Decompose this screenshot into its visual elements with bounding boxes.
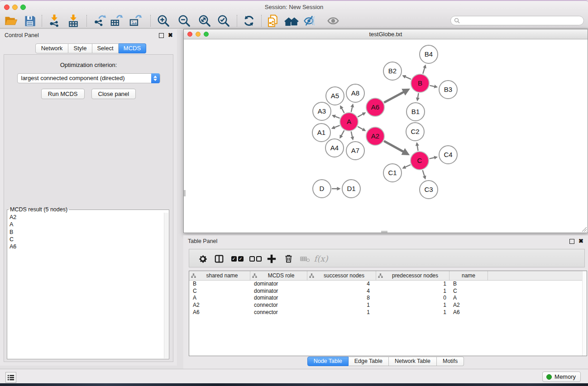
graph-node-C2[interactable]: C2 — [406, 123, 424, 141]
graph-edge-A-A1[interactable] — [332, 125, 339, 128]
hide-selected-eye-slash-icon[interactable] — [302, 14, 318, 28]
close-panel-button[interactable]: Close panel — [91, 89, 136, 99]
column-header-mcds-role[interactable]: MCDS role — [250, 271, 307, 280]
graph-edge-A-A3[interactable] — [333, 115, 339, 118]
network-close-button[interactable] — [187, 32, 192, 37]
graph-edge-A6-B[interactable] — [384, 90, 408, 102]
column-header-shared-name[interactable]: shared name — [189, 271, 250, 280]
graph-node-D1[interactable]: D1 — [342, 180, 360, 198]
graph-edge-A-A5[interactable] — [340, 106, 344, 113]
graph-edge-C-C2[interactable] — [417, 143, 418, 151]
graph-node-C[interactable]: C — [411, 152, 429, 170]
graph-node-B1[interactable]: B1 — [406, 103, 425, 121]
criterion-select[interactable]: largest connected component (directed) — [17, 73, 160, 83]
graph-edge-A-A6[interactable] — [358, 113, 365, 117]
export-image-icon[interactable] — [128, 14, 143, 28]
run-mcds-button[interactable]: Run MCDS — [41, 89, 85, 99]
graph-node-C1[interactable]: C1 — [383, 164, 402, 182]
graph-edge-A2-C[interactable] — [384, 141, 407, 154]
search-field[interactable] — [450, 16, 584, 25]
graph-node-D[interactable]: D — [313, 180, 331, 198]
add-column-icon[interactable] — [264, 249, 279, 268]
save-session-icon[interactable] — [22, 14, 38, 28]
zoom-window-button[interactable] — [20, 5, 26, 10]
zoom-out-icon[interactable] — [177, 14, 192, 28]
canvas-hscroll-thumb[interactable] — [381, 231, 387, 233]
float-table-panel-icon[interactable] — [569, 239, 574, 244]
delete-column-trash-icon[interactable] — [281, 249, 296, 268]
network-minimize-button[interactable] — [196, 32, 201, 37]
graph-edge-A-A8[interactable] — [351, 105, 353, 112]
tab-style[interactable]: Style — [68, 43, 92, 53]
settings-gear-icon[interactable] — [195, 249, 210, 268]
graph-node-C3[interactable]: C3 — [420, 181, 438, 199]
graph-edge-A-A4[interactable] — [340, 130, 344, 138]
table-scrollbar[interactable] — [582, 271, 587, 356]
mcds-result-item[interactable]: A — [10, 221, 163, 228]
graph-edge-A-A2[interactable] — [358, 127, 365, 131]
zoom-selected-icon[interactable] — [216, 14, 231, 28]
select-all-icon[interactable]: ✓✓ — [229, 249, 245, 268]
close-panel-icon[interactable]: ✖ — [168, 32, 173, 39]
export-table-icon[interactable] — [109, 14, 124, 28]
graph-edge-B-B3[interactable] — [430, 86, 436, 87]
mcds-result-item[interactable]: A2 — [10, 214, 163, 221]
search-input[interactable] — [462, 17, 583, 24]
table-row[interactable]: A6connector11A6 — [189, 309, 587, 316]
tab-motifs[interactable]: Motifs — [437, 357, 464, 366]
float-panel-icon[interactable] — [159, 33, 164, 38]
tab-network[interactable]: Network — [35, 43, 68, 53]
split-columns-icon[interactable] — [211, 249, 227, 268]
graph-node-A2[interactable]: A2 — [366, 127, 384, 145]
graph-edge-C-C3[interactable] — [423, 170, 425, 178]
first-neighbors-icon[interactable] — [284, 14, 299, 28]
table-row[interactable]: Bdominator41B — [189, 281, 587, 288]
network-canvas[interactable]: B4B2BB3A8A5A6A3B1AA1C2A2A4A7C4CC1C3DD1 — [184, 39, 588, 233]
tab-select[interactable]: Select — [92, 43, 119, 53]
table-row[interactable]: Adominator80A — [189, 295, 587, 302]
mcds-result-item[interactable]: A6 — [10, 243, 163, 250]
graph-node-B[interactable]: B — [411, 74, 429, 92]
tab-mcds[interactable]: MCDS — [119, 43, 146, 53]
graph-node-B3[interactable]: B3 — [439, 81, 457, 99]
memory-button[interactable]: Memory — [542, 372, 581, 382]
graph-node-A6[interactable]: A6 — [366, 98, 384, 116]
graph-node-A5[interactable]: A5 — [326, 87, 344, 105]
show-panels-list-icon[interactable] — [5, 372, 16, 383]
delete-table-icon[interactable] — [297, 249, 313, 268]
resize-grip-icon[interactable] — [581, 226, 587, 232]
deselect-all-icon[interactable] — [248, 249, 263, 268]
mcds-result-item[interactable]: C — [10, 236, 163, 243]
close-table-panel-icon[interactable]: ✖ — [578, 238, 583, 245]
graph-node-A[interactable]: A — [340, 113, 358, 131]
table-row[interactable]: A2connector11A2 — [189, 302, 587, 309]
graph-edge-C-C4[interactable] — [430, 157, 437, 158]
column-header-predecessor-nodes[interactable]: predecessor nodes — [376, 271, 449, 280]
export-network-icon[interactable] — [92, 14, 107, 28]
refresh-layout-icon[interactable] — [241, 14, 257, 28]
import-table-icon[interactable] — [66, 14, 81, 28]
graph-node-B2[interactable]: B2 — [383, 62, 402, 80]
network-graph[interactable]: B4B2BB3A8A5A6A3B1AA1C2A2A4A7C4CC1C3DD1 — [184, 39, 588, 233]
tab-node-table[interactable]: Node Table — [307, 357, 349, 366]
canvas-vscroll-thumb[interactable] — [184, 190, 186, 196]
graph-edge-B-B4[interactable] — [423, 66, 425, 74]
graph-node-A4[interactable]: A4 — [325, 139, 344, 157]
close-window-button[interactable] — [4, 5, 10, 10]
graph-edge-B-B1[interactable] — [417, 93, 419, 100]
graph-edge-C-C1[interactable] — [403, 165, 411, 168]
function-builder-icon[interactable]: f(x) — [313, 249, 329, 268]
graph-node-A8[interactable]: A8 — [346, 84, 364, 102]
graph-node-A1[interactable]: A1 — [312, 124, 330, 142]
graph-node-A3[interactable]: A3 — [313, 102, 331, 120]
clone-network-icon[interactable] — [265, 14, 281, 28]
table-row[interactable]: Cdominator41C — [189, 288, 587, 295]
column-header-successor-nodes[interactable]: successor nodes — [307, 271, 376, 280]
import-network-icon[interactable] — [47, 14, 62, 28]
graph-node-A7[interactable]: A7 — [346, 142, 364, 160]
graph-edge-B-B2[interactable] — [403, 76, 411, 79]
tab-network-table[interactable]: Network Table — [389, 357, 437, 366]
zoom-in-icon[interactable] — [156, 14, 171, 28]
graph-node-C4[interactable]: C4 — [439, 146, 457, 164]
zoom-fit-icon[interactable] — [197, 14, 212, 28]
